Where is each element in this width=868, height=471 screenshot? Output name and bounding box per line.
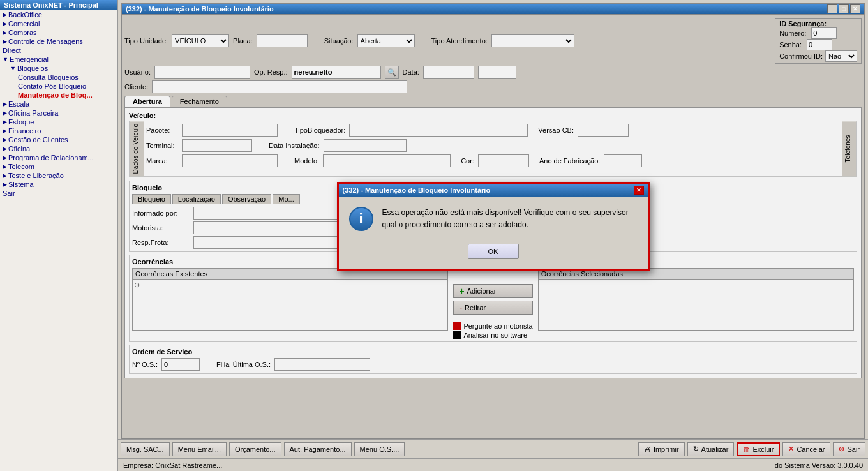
sidebar-item-financeiro[interactable]: ▶ Financeiro xyxy=(0,126,117,135)
modal-titlebar: (332) - Manutenção de Bloqueio Involuntá… xyxy=(339,184,648,197)
sidebar-item-teste-liberacao[interactable]: ▶ Teste e Liberação xyxy=(0,171,117,180)
expand-icon: ▶ xyxy=(3,154,7,161)
expand-icon: ▶ xyxy=(3,163,7,170)
sidebar-item-telecom[interactable]: ▶ Telecom xyxy=(0,162,117,171)
expand-icon: ▶ xyxy=(3,38,7,45)
sair-button[interactable]: ⊗ Sair xyxy=(833,442,865,456)
expand-icon: ▼ xyxy=(3,56,8,63)
sidebar-title: Sistema OnixNET - Principal xyxy=(0,0,117,10)
status-bar: Empresa: OnixSat Rastreame... do Sistema… xyxy=(118,458,868,471)
close-button[interactable]: ✕ xyxy=(850,4,860,13)
orcamento-button[interactable]: Orçamento... xyxy=(229,442,281,456)
sidebar-item-contato-pos-blo[interactable]: Contato Pós-Bloqueio xyxy=(0,82,117,91)
modal-info-icon: i xyxy=(349,207,373,231)
sidebar-item-controle-mensagens[interactable]: ▶ Controle de Mensagens xyxy=(0,37,117,46)
expand-icon: ▶ xyxy=(3,137,7,143)
inner-window-titlebar: (332) - Manutenção de Bloqueio Involuntá… xyxy=(121,3,865,15)
sidebar-item-comercial[interactable]: ▶ Comercial xyxy=(0,19,117,28)
expand-icon: ▶ xyxy=(3,146,7,152)
sidebar-item-compras[interactable]: ▶ Compras xyxy=(0,28,117,37)
sidebar-item-sistema[interactable]: ▶ Sistema xyxy=(0,180,117,189)
sidebar-item-consulta-bloqueios[interactable]: Consulta Bloqueios xyxy=(0,73,117,82)
expand-icon: ▶ xyxy=(3,110,7,116)
maximize-button[interactable]: □ xyxy=(839,4,849,13)
menu-os-button[interactable]: Menu O.S.... xyxy=(354,442,405,456)
versao-status: do Sistema Versão: 3.0.0.40 xyxy=(775,461,863,469)
sidebar-item-direct[interactable]: Direct xyxy=(0,46,117,55)
sidebar-item-backoffice[interactable]: ▶ BackOffice xyxy=(0,10,117,19)
refresh-icon: ↻ xyxy=(693,445,699,453)
modal-message-line1: Essa operação não está mais disponível! … xyxy=(382,207,638,219)
expand-icon: ▶ xyxy=(3,20,7,27)
sidebar-item-gestao-clientes[interactable]: ▶ Gestão de Clientes xyxy=(0,135,117,144)
sidebar-item-sair[interactable]: Sair xyxy=(0,189,117,198)
msg-sac-button[interactable]: Msg. SAC... xyxy=(121,442,170,456)
atualizar-button[interactable]: ↻ Atualizar xyxy=(687,442,735,456)
expand-icon: ▶ xyxy=(3,172,7,179)
empresa-status: Empresa: OnixSat Rastreame... xyxy=(123,461,222,469)
cancelar-button[interactable]: ✕ Cancelar xyxy=(782,442,830,456)
imprimir-button[interactable]: 🖨 Imprimir xyxy=(638,442,685,456)
expand-icon: ▶ xyxy=(3,119,7,125)
minimize-button[interactable]: _ xyxy=(827,4,837,13)
sidebar-item-estoque[interactable]: ▶ Estoque xyxy=(0,117,117,126)
modal-close-button[interactable]: ✕ xyxy=(634,186,644,195)
sidebar-item-emergencial[interactable]: ▼ Emergencial xyxy=(0,55,117,64)
sidebar-item-oficina[interactable]: ▶ Oficina xyxy=(0,144,117,153)
exit-icon: ⊗ xyxy=(839,445,844,453)
expand-icon: ▶ xyxy=(3,101,7,107)
sidebar-item-manutencao-blo[interactable]: Manutenção de Bloq... xyxy=(0,91,117,100)
menu-email-button[interactable]: Menu Email... xyxy=(172,442,227,456)
bottom-bar: Msg. SAC... Menu Email... Orçamento... A… xyxy=(118,439,868,458)
expand-icon: ▶ xyxy=(3,128,7,134)
expand-icon: ▶ xyxy=(3,11,7,18)
modal-message-line2: qual o procedimento correto a ser adotad… xyxy=(382,219,638,231)
aut-pagamento-button[interactable]: Aut. Pagamento... xyxy=(284,442,352,456)
sidebar-item-escala[interactable]: ▶ Escala xyxy=(0,100,117,108)
expand-icon: ▼ xyxy=(10,65,16,71)
modal-dialog: (332) - Manutenção de Bloqueio Involuntá… xyxy=(337,182,650,271)
sidebar-item-programa-relacionamento[interactable]: ▶ Programa de Relacionam... xyxy=(0,153,117,162)
expand-icon: ▶ xyxy=(3,181,7,188)
delete-icon: 🗑 xyxy=(743,445,750,453)
sidebar-item-oficina-parceira[interactable]: ▶ Oficina Parceira xyxy=(0,108,117,117)
sidebar-item-bloqueios[interactable]: ▼ Bloqueios xyxy=(0,64,117,73)
expand-icon: ▶ xyxy=(3,29,7,36)
window-controls: _ □ ✕ xyxy=(827,4,860,13)
print-icon: 🖨 xyxy=(644,445,651,453)
excluir-button[interactable]: 🗑 Excluir xyxy=(737,442,780,456)
modal-ok-button[interactable]: OK xyxy=(468,244,519,259)
cancel-icon: ✕ xyxy=(788,445,794,453)
modal-overlay: (332) - Manutenção de Bloqueio Involuntá… xyxy=(122,15,864,438)
